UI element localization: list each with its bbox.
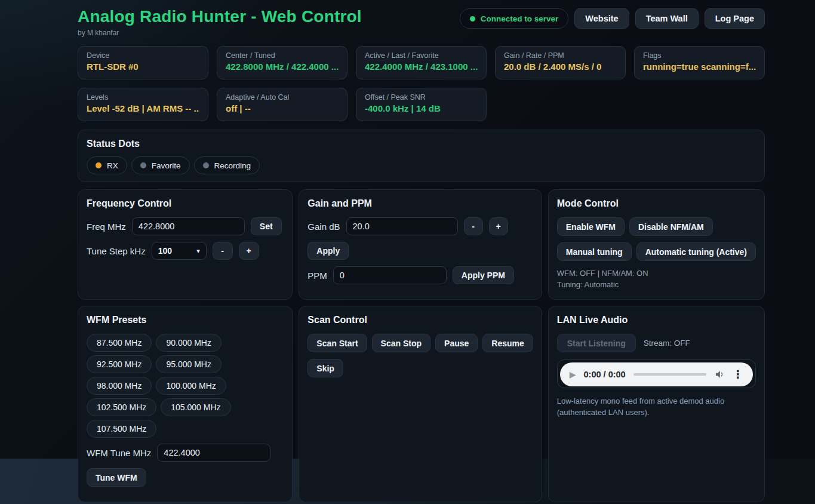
ppm-input[interactable]: [333, 266, 447, 284]
freq-input[interactable]: [132, 217, 245, 235]
gain-label: Gain dB: [307, 222, 340, 232]
start-listening-button[interactable]: Start Listening: [557, 334, 636, 352]
lan-live-audio-panel: LAN Live Audio Start Listening Stream: O…: [548, 306, 765, 502]
mode-control-title: Mode Control: [557, 198, 756, 209]
listen-row: Start Listening Stream: OFF: [557, 334, 756, 352]
status-dots-panel: Status Dots RX Favorite Recording: [78, 130, 765, 182]
freq-set-button[interactable]: Set: [251, 217, 282, 235]
ppm-label: PPM: [307, 271, 327, 281]
scan-skip-button[interactable]: Skip: [307, 359, 343, 377]
step-up-button[interactable]: +: [239, 242, 259, 260]
tune-step-select[interactable]: 100 ▾: [152, 242, 207, 260]
log-page-button[interactable]: Log Page: [705, 8, 765, 29]
wfm-tune-row: WFM Tune MHz: [87, 444, 284, 462]
enable-wfm-button[interactable]: Enable WFM: [557, 217, 625, 236]
card-label: Adaptive / Auto Cal: [226, 93, 339, 102]
mode-buttons-row-2: Manual tuning Automatic tuning (Active): [557, 242, 756, 261]
page-title: Analog Radio Hunter - Web Control: [78, 7, 362, 26]
connection-dot-icon: [470, 16, 475, 21]
gain-ppm-title: Gain and PPM: [307, 198, 533, 209]
card-value: Level -52 dB | AM RMS -- ...: [87, 103, 199, 113]
lan-audio-caption: Low-latency mono feed from active demod …: [557, 396, 756, 419]
status-dots-title: Status Dots: [87, 139, 756, 149]
card-value: 20.0 dB / 2.400 MS/s / 0: [504, 62, 617, 72]
team-wall-button[interactable]: Team Wall: [635, 8, 699, 29]
stream-status-label: Stream: OFF: [644, 339, 690, 348]
scan-buttons-row: Scan Start Scan Stop Pause Resume: [307, 334, 533, 352]
tune-step-row: Tune Step kHz 100 ▾ - +: [87, 242, 284, 260]
chevron-down-icon: ▾: [196, 247, 200, 255]
mode-buttons-row-1: Enable WFM Disable NFM/AM: [557, 217, 756, 236]
freq-label: Freq MHz: [87, 222, 126, 232]
scan-control-title: Scan Control: [307, 315, 533, 325]
preset-102500-button[interactable]: 102.500 MHz: [87, 398, 156, 416]
card-label: Gain / Rate / PPM: [504, 51, 617, 60]
apply-ppm-button[interactable]: Apply PPM: [453, 266, 514, 284]
card-value: -400.0 kHz | 14 dB: [365, 103, 478, 113]
preset-98000-button[interactable]: 98.000 MHz: [87, 377, 152, 395]
card-label: Center / Tuned: [226, 51, 339, 60]
connection-status-label: Connected to server: [481, 14, 559, 23]
play-icon[interactable]: ▶: [570, 370, 576, 379]
preset-107500-button[interactable]: 107.500 MHz: [87, 420, 156, 438]
center-tuned-card: Center / Tuned 422.8000 MHz / 422.4000 .…: [217, 46, 347, 79]
card-value: running=true scanning=f...: [643, 62, 756, 72]
wfm-preset-list: 87.500 MHz 90.000 MHz 92.500 MHz 95.000 …: [87, 334, 284, 438]
flags-card: Flags running=true scanning=f...: [634, 46, 765, 79]
scan-pause-button[interactable]: Pause: [435, 334, 478, 352]
website-button[interactable]: Website: [574, 8, 629, 29]
gain-rate-ppm-card: Gain / Rate / PPM 20.0 dB / 2.400 MS/s /…: [495, 46, 626, 79]
recording-dot-icon: [203, 162, 209, 168]
wfm-tune-input[interactable]: [157, 444, 270, 462]
tune-wfm-row: Tune WFM: [87, 468, 284, 487]
tune-wfm-button[interactable]: Tune WFM: [87, 468, 146, 487]
recording-label: Recording: [214, 161, 251, 170]
kebab-menu-icon[interactable]: ⋮: [733, 369, 743, 380]
gain-apply-row: Apply: [307, 242, 533, 260]
frequency-control-title: Frequency Control: [87, 198, 284, 209]
disable-nfm-am-button[interactable]: Disable NFM/AM: [629, 217, 713, 236]
manual-tuning-button[interactable]: Manual tuning: [557, 242, 632, 261]
rx-dot-icon: [96, 162, 102, 168]
scan-skip-row: Skip: [307, 359, 533, 377]
app-window: Analog Radio Hunter - Web Control by M k…: [0, 0, 815, 504]
preset-95000-button[interactable]: 95.000 MHz: [156, 355, 221, 373]
scan-start-button[interactable]: Scan Start: [307, 334, 367, 352]
audio-player: ▶ 0:00 / 0:00 ⋮: [557, 359, 756, 388]
preset-100000-button[interactable]: 100.000 MHz: [156, 377, 226, 395]
gain-up-button[interactable]: +: [489, 217, 508, 235]
scan-stop-button[interactable]: Scan Stop: [372, 334, 430, 352]
gain-input[interactable]: [346, 217, 458, 235]
tune-step-label: Tune Step kHz: [87, 246, 146, 256]
scan-control-panel: Scan Control Scan Start Scan Stop Pause …: [299, 306, 542, 502]
header: Analog Radio Hunter - Web Control by M k…: [78, 7, 765, 37]
connection-status-badge: Connected to server: [460, 8, 569, 29]
mode-status-block: WFM: OFF | NFM/AM: ON Tuning: Automatic: [557, 268, 756, 291]
adaptive-autocal-card: Adaptive / Auto Cal off | --: [217, 88, 347, 121]
wfm-tune-label: WFM Tune MHz: [87, 448, 151, 458]
gain-apply-button[interactable]: Apply: [307, 242, 349, 260]
gain-down-button[interactable]: -: [464, 217, 483, 235]
automatic-tuning-button[interactable]: Automatic tuning (Active): [636, 242, 756, 261]
preset-90000-button[interactable]: 90.000 MHz: [156, 334, 221, 352]
audio-seek-slider[interactable]: [633, 373, 706, 376]
recording-status-pill: Recording: [194, 156, 260, 174]
preset-105000-button[interactable]: 105.000 MHz: [161, 398, 230, 416]
wfm-presets-panel: WFM Presets 87.500 MHz 90.000 MHz 92.500…: [78, 306, 293, 502]
header-titles: Analog Radio Hunter - Web Control by M k…: [78, 7, 362, 37]
favorite-dot-icon: [140, 162, 146, 168]
device-card: Device RTL-SDR #0: [78, 46, 208, 79]
card-label: Offset / Peak SNR: [365, 93, 478, 102]
step-down-button[interactable]: -: [213, 242, 233, 260]
preset-87500-button[interactable]: 87.500 MHz: [87, 334, 152, 352]
favorite-label: Favorite: [152, 161, 181, 170]
scan-resume-button[interactable]: Resume: [482, 334, 533, 352]
volume-icon[interactable]: [714, 369, 725, 380]
card-value: off | --: [226, 103, 339, 113]
rx-label: RX: [107, 161, 118, 170]
wfm-presets-title: WFM Presets: [87, 315, 284, 325]
preset-92500-button[interactable]: 92.500 MHz: [87, 355, 152, 373]
mode-status-line-1: WFM: OFF | NFM/AM: ON: [557, 268, 756, 279]
card-label: Device: [87, 51, 199, 60]
card-value: RTL-SDR #0: [87, 62, 199, 72]
